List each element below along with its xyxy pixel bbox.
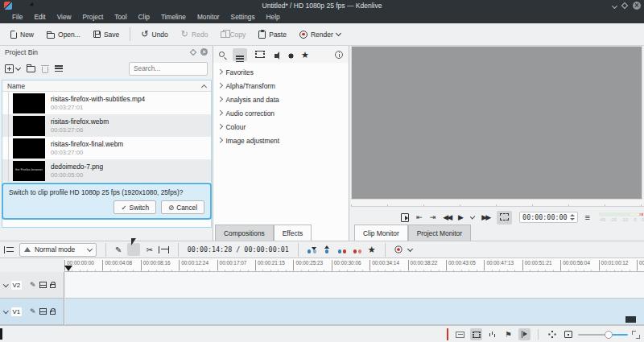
lock-track-icon[interactable] (50, 311, 56, 315)
selection-tool-button[interactable] (127, 243, 140, 256)
fit-zoom-button[interactable] (562, 328, 574, 340)
effects-panel-tab[interactable]: Compositions (215, 225, 274, 241)
menu-item[interactable]: Settings (225, 11, 261, 23)
clip-thumbnail[interactable] (13, 93, 45, 113)
audio-effects-icon[interactable] (275, 54, 278, 58)
track-name[interactable]: V1 (11, 307, 23, 316)
chevron-right-icon[interactable] (217, 69, 222, 74)
create-folder-icon[interactable] (27, 66, 35, 72)
monitor-tab[interactable]: Clip Monitor (354, 225, 408, 241)
open-button[interactable]: Open... (41, 28, 86, 41)
clip-thumbnail[interactable] (13, 116, 45, 136)
chevron-down-icon[interactable] (336, 31, 341, 36)
cancel-button[interactable]: ⊘Cancel (161, 200, 204, 214)
zoom-slider-handle[interactable] (605, 331, 613, 339)
composite-track-icon[interactable] (39, 282, 47, 288)
zoom-full-icon[interactable] (632, 331, 640, 339)
chevron-right-icon[interactable] (217, 97, 222, 101)
fast-forward-icon[interactable]: ▶▶ (481, 213, 489, 221)
chevron-down-icon[interactable] (3, 282, 8, 286)
chevron-down-icon[interactable] (407, 245, 413, 251)
chevron-right-icon[interactable] (217, 124, 222, 129)
favorite-effects-icon[interactable]: ★ (368, 245, 376, 253)
composite-track-icon[interactable] (39, 308, 47, 315)
paste-button[interactable]: Paste (253, 28, 292, 41)
timeline-zoom-slider[interactable] (578, 328, 628, 340)
set-in-point-icon[interactable]: ⇤ (416, 213, 423, 221)
chevron-right-icon[interactable] (217, 110, 222, 115)
snap-button[interactable] (518, 328, 530, 340)
effect-category[interactable]: Alpha/Transform (213, 79, 349, 93)
razor-tool-icon[interactable]: ✂ (146, 245, 152, 254)
effect-category[interactable]: Colour (213, 120, 349, 134)
monitor-timecode[interactable]: 00:00:00:00 (519, 212, 577, 223)
timecode-spinner[interactable] (570, 214, 575, 220)
timeline-track-lane[interactable] (65, 272, 644, 299)
lock-track-icon[interactable] (50, 284, 56, 288)
edit-mode-select[interactable]: Normal mode (19, 243, 97, 257)
list-view-button[interactable] (233, 48, 247, 61)
clip-thumbnail[interactable]: the Firefox browser (13, 161, 45, 181)
track-header[interactable]: V2 ✎ (0, 272, 64, 299)
insert-zone-icon[interactable] (308, 245, 316, 253)
render-icon[interactable] (394, 246, 402, 253)
track-header[interactable]: V1 ✎ (0, 299, 64, 325)
mix-clips-icon[interactable]: ✎ (115, 245, 122, 254)
maximize-icon[interactable] (621, 2, 628, 9)
effects-panel-tab[interactable]: Effects (274, 225, 312, 241)
bin-clip-row[interactable]: risitas-firefox-with-subtitles.mp4 00:03… (2, 92, 211, 114)
close-panel-icon[interactable] (200, 48, 208, 56)
bin-clip-row[interactable]: the Firefox browser dedoimedo-7.png 00:0… (2, 159, 211, 182)
timeline-ruler[interactable]: 00:00:00:0000:00:04:0800:00:08:1600:00:1… (64, 258, 644, 272)
menu-item[interactable]: Project (77, 11, 109, 23)
overwrite-zone-icon[interactable] (338, 245, 347, 253)
show-markers-button[interactable]: ⚑ (502, 328, 514, 340)
edit-track-icon[interactable]: ✎ (30, 282, 36, 289)
effect-category[interactable]: Image adjustment (213, 134, 349, 147)
menu-item[interactable]: Monitor (192, 11, 225, 23)
undo-button[interactable]: ↺Undo (135, 27, 174, 41)
save-button[interactable]: Save (88, 28, 125, 41)
lift-zone-icon[interactable] (323, 245, 332, 253)
show-video-thumbnails-button[interactable] (470, 328, 482, 340)
monitor-menu-icon[interactable]: ≡ (585, 213, 590, 221)
custom-effects-icon[interactable] (288, 52, 294, 58)
menu-item[interactable]: File (6, 11, 28, 23)
timeline-hscrollbar[interactable] (0, 328, 2, 340)
chevron-right-icon[interactable] (217, 138, 222, 142)
menu-item[interactable]: Timeline (155, 11, 192, 23)
menu-item[interactable]: View (52, 11, 77, 23)
bin-clip-row[interactable]: risitas-firefox.webm 00:03:27:06 (2, 114, 211, 137)
timeline-track-lane[interactable] (65, 299, 644, 325)
float-panel-icon[interactable] (190, 48, 196, 55)
set-out-point-icon[interactable]: ⇥ (430, 213, 436, 221)
monitor-tab[interactable]: Project Monitor (408, 225, 471, 241)
edit-track-icon[interactable]: ✎ (30, 308, 36, 315)
search-icon[interactable] (219, 52, 225, 57)
show-composite-button[interactable] (454, 328, 466, 340)
track-name[interactable]: V2 (11, 281, 23, 290)
menu-item[interactable]: Edit (28, 11, 51, 23)
extract-zone-icon[interactable] (353, 245, 362, 253)
favorite-effects-icon[interactable]: ★ (301, 51, 309, 59)
spacer-tool-icon[interactable] (159, 246, 169, 253)
chevron-down-icon[interactable] (3, 308, 8, 313)
add-clip-icon[interactable] (5, 64, 14, 73)
chevron-right-icon[interactable] (217, 83, 222, 88)
timeline-timecode[interactable]: 00:00:14:28 / 00:00:00:01 (188, 245, 289, 253)
monitor-seek-bar[interactable] (351, 200, 644, 207)
clip-thumbnail[interactable] (13, 138, 45, 159)
chevron-down-icon[interactable] (470, 214, 476, 220)
playhead-marker[interactable] (64, 266, 72, 271)
minimize-icon[interactable] (612, 2, 617, 8)
menu-item[interactable]: Tool (109, 11, 132, 23)
video-effects-icon[interactable] (255, 51, 265, 58)
search-input[interactable] (129, 62, 208, 76)
sort-chevron-icon[interactable] (201, 84, 207, 89)
monitor-screen[interactable] (351, 46, 642, 200)
timeline-options-icon[interactable] (4, 246, 14, 253)
effect-category[interactable]: Analysis and data (213, 93, 349, 106)
play-zone-icon[interactable] (401, 213, 409, 222)
show-audio-thumbnails-button[interactable] (486, 328, 498, 340)
new-button[interactable]: New (5, 28, 39, 41)
